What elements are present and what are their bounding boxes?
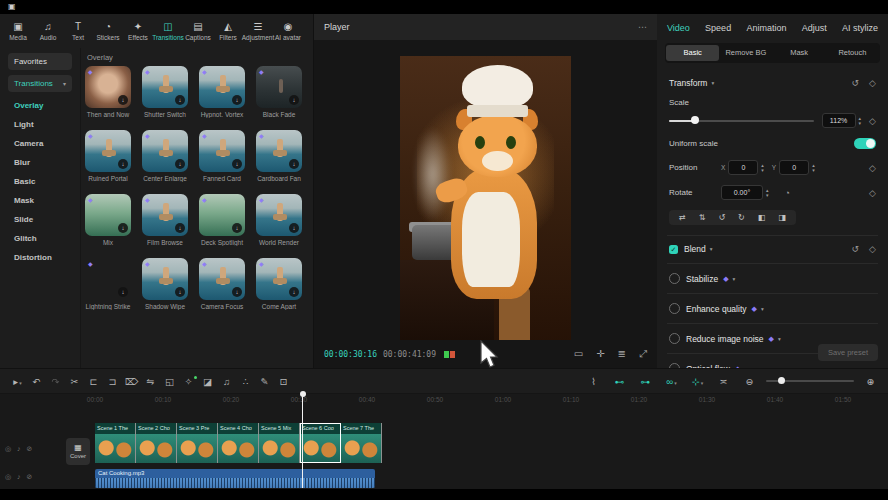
timeline-zoom-slider[interactable] (766, 380, 854, 382)
blend-keyframe-icon[interactable]: ◇ (869, 244, 876, 254)
sidebar-item-basic[interactable]: Basic (0, 172, 80, 191)
lock-track-icon[interactable]: ⊘ (27, 445, 33, 453)
chevron-down-icon[interactable]: ▾ (733, 276, 736, 282)
rotate-dial-icon[interactable]: ◔ (785, 188, 790, 198)
hide-track-icon[interactable]: ◎ (5, 445, 11, 453)
position-y-stepper[interactable]: ▴▾ (812, 163, 815, 172)
scale-keyframe-icon[interactable]: ◇ (869, 116, 876, 126)
playhead-line[interactable] (302, 393, 303, 488)
download-icon[interactable]: ↓ (232, 287, 242, 297)
chevron-down-icon[interactable]: ▾ (711, 80, 714, 86)
clip-scene-4-cho[interactable]: Scene 4 Cho (218, 423, 259, 463)
toolbar-item-audio[interactable]: ♫Audio (33, 21, 63, 41)
save-preset-button[interactable]: Save preset (818, 344, 878, 361)
scale-slider[interactable] (669, 120, 814, 122)
delete-right-icon[interactable]: ⊐ (103, 376, 122, 387)
enhance-quality-checkbox[interactable] (669, 303, 680, 314)
transition-tile-shutter-switch[interactable]: ◆↓Shutter Switch (142, 66, 188, 130)
transition-tile-world-render[interactable]: ◆↓World Render (256, 194, 302, 258)
reset-icon[interactable]: ↺ (852, 78, 860, 88)
scale-value-input[interactable]: 112% (822, 113, 856, 128)
tab-ai-stylize[interactable]: AI stylize (842, 23, 878, 33)
rotate-keyframe-icon[interactable]: ◇ (869, 188, 876, 198)
rotate-stepper[interactable]: ▴▾ (766, 188, 769, 197)
transition-tile-cardboard-fan[interactable]: ◆↓Cardboard Fan (256, 130, 302, 194)
transition-tile-deck-spotlight[interactable]: ◆↓Deck Spotlight (199, 194, 245, 258)
rotate-value-input[interactable]: 0.00° (721, 185, 763, 200)
download-icon[interactable]: ↓ (289, 223, 299, 233)
transition-tile-ruined-portal[interactable]: ◆↓Ruined Portal (85, 130, 131, 194)
subtab-retouch[interactable]: Retouch (826, 45, 879, 61)
hide-track-icon[interactable]: ◎ (5, 473, 11, 481)
sidebar-item-overlay[interactable]: Overlay (0, 96, 80, 115)
stabilize-checkbox[interactable] (669, 273, 680, 284)
position-x-stepper[interactable]: ▴▾ (761, 163, 764, 172)
toolbar-item-transitions[interactable]: ◫Transitions (153, 21, 183, 41)
position-y-input[interactable]: 0 (779, 160, 809, 175)
transition-tile-fanned-card[interactable]: ◆↓Fanned Card (199, 130, 245, 194)
download-icon[interactable]: ↓ (175, 287, 185, 297)
subtab-mask[interactable]: Mask (773, 45, 826, 61)
record-icon[interactable]: ⊡ (274, 376, 293, 387)
download-icon[interactable]: ↓ (232, 95, 242, 105)
flip-vertical-icon[interactable]: ⇅ (699, 213, 706, 222)
snapshot-icon[interactable]: ✛ (596, 348, 604, 360)
toolbar-item-adjustment[interactable]: ☰Adjustment (243, 21, 273, 41)
clip-scene-6-coo[interactable]: Scene 6 Coo (300, 423, 341, 463)
zoom-out-icon[interactable]: ⊖ (740, 376, 759, 387)
quality-icon[interactable]: ≣ (618, 348, 626, 360)
transition-tile-camera-focus[interactable]: ◆↓Camera Focus (199, 258, 245, 322)
download-icon[interactable]: ↓ (118, 223, 128, 233)
position-keyframe-icon[interactable]: ◇ (869, 163, 876, 173)
transition-tile-center-enlarge[interactable]: ◆↓Center Enlarge (142, 130, 188, 194)
transition-tile-shadow-wipe[interactable]: ◆↓Shadow Wipe (142, 258, 188, 322)
chevron-down-icon[interactable]: ▾ (761, 306, 764, 312)
subtab-remove-bg[interactable]: Remove BG (719, 45, 772, 61)
sidebar-item-light[interactable]: Light (0, 115, 80, 134)
audio-clip[interactable]: Cat Cooking.mp3 (95, 469, 375, 488)
tab-speed[interactable]: Speed (705, 23, 731, 33)
toolbar-item-effects[interactable]: ✦Effects (123, 21, 153, 41)
sidebar-item-favorites[interactable]: Favorites (8, 53, 72, 70)
select-tool-icon[interactable]: ▸▾ (8, 376, 27, 387)
download-icon[interactable]: ↓ (175, 223, 185, 233)
zoom-in-icon[interactable]: ⊕ (861, 376, 880, 387)
mask-icon[interactable]: ◪ (198, 376, 217, 387)
undo-icon[interactable]: ↶ (27, 376, 46, 387)
clip-scene-5-mix[interactable]: Scene 5 Mix (259, 423, 300, 463)
tab-animation[interactable]: Animation (746, 23, 786, 33)
crop-icon[interactable]: ◱ (160, 376, 179, 387)
transition-tile-film-browse[interactable]: ◆↓Film Browse (142, 194, 188, 258)
download-icon[interactable]: ↓ (118, 287, 128, 297)
sidebar-item-blur[interactable]: Blur (0, 153, 80, 172)
download-icon[interactable]: ↓ (289, 287, 299, 297)
auto-snap-icon[interactable]: ⊶ (636, 376, 655, 387)
download-icon[interactable]: ↓ (232, 159, 242, 169)
toolbar-item-filters[interactable]: ◭Filters (213, 21, 243, 41)
rotate-left-icon[interactable]: ↺ (718, 213, 725, 222)
clip-scene-7-the[interactable]: Scene 7 The (341, 423, 382, 463)
transition-tile-black-fade[interactable]: ◆↓Black Fade (256, 66, 302, 130)
toolbar-item-text[interactable]: TText (63, 21, 93, 41)
tab-video[interactable]: Video (667, 23, 690, 33)
beat-marker-icon[interactable]: ∴ (236, 376, 255, 387)
ai-cutout-icon[interactable]: ✧ (179, 376, 198, 387)
sidebar-item-mask[interactable]: Mask (0, 191, 80, 210)
preview-axis-icon[interactable]: ⊹▾ (688, 376, 707, 387)
split-icon[interactable]: ✂ (65, 376, 84, 387)
cover-button[interactable]: ▦ Cover (66, 438, 90, 465)
blend-reset-icon[interactable]: ↺ (852, 244, 860, 254)
sidebar-group-transitions[interactable]: Transitions ▾ (8, 75, 72, 92)
download-icon[interactable]: ↓ (118, 159, 128, 169)
position-x-input[interactable]: 0 (728, 160, 758, 175)
align-left-icon[interactable]: ◧ (758, 213, 766, 222)
toolbar-item-stickers[interactable]: ◔Stickers (93, 21, 123, 41)
blend-checkbox[interactable]: ✓ (669, 245, 678, 254)
transition-tile-come-apart[interactable]: ◆↓Come Apart (256, 258, 302, 322)
download-icon[interactable]: ↓ (118, 95, 128, 105)
tab-adjust[interactable]: Adjust (802, 23, 827, 33)
lock-track-icon[interactable]: ⊘ (27, 473, 33, 481)
sidebar-item-glitch[interactable]: Glitch (0, 229, 80, 248)
clip-scene-2-cho[interactable]: Scene 2 Cho (136, 423, 177, 463)
pen-tool-icon[interactable]: ✎ (255, 376, 274, 387)
